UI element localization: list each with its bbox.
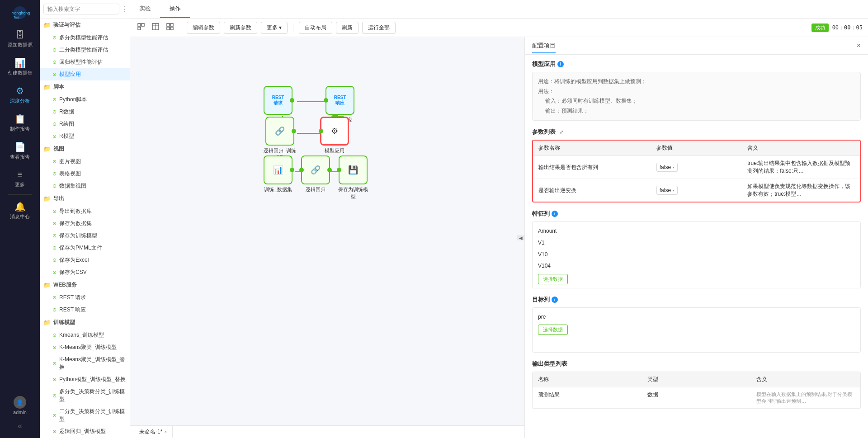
edit-params-btn[interactable]: 编辑参数 [187,22,220,34]
param-select-0[interactable]: false ▾ [656,163,678,172]
sidebar-item-notification[interactable]: 🔔 消息中心 [0,197,40,225]
canvas-area: REST请求 REST 请求 REST响应 REST 响应 [130,37,524,438]
canvas-tab-unnamed[interactable]: 未命名-1* × [134,426,173,438]
component-item-r-data[interactable]: ⊙ R数据 [40,106,130,118]
component-icon: ⊙ [52,133,57,139]
param-def-1: 如果模型使负责规范化等数据变换操作，该参数有效；true:模型… [742,179,860,202]
component-item-kmeans-train[interactable]: ⊙ Kmeans_训练模型 [40,329,130,341]
component-item-save-pmml[interactable]: ⊙ 保存为PMML文件 [40,242,130,254]
component-item-kmeans-cluster-replace[interactable]: ⊙ K-Means聚类_训练模型_替换 [40,353,130,373]
component-item-save-csv[interactable]: ⊙ 保存为CSV [40,266,130,278]
refresh-btn[interactable]: 刷新 [336,22,359,34]
section-header-export[interactable]: 📁 导出 [40,192,130,205]
sidebar-item-label: 制作报告 [10,126,30,132]
canvas-bottom-tabs: 未命名-1* × [130,425,524,438]
sidebar-item-create-dataset[interactable]: 📊 创建数据集 [0,53,40,81]
folder-icon: 📁 [43,282,51,288]
output-col-header-type: 类型 [642,372,751,387]
canvas-content: REST请求 REST 请求 REST响应 REST 响应 [130,37,524,438]
expand-icon[interactable]: ⤢ [559,129,563,135]
sidebar-item-label: 创建数据集 [8,70,33,76]
info-icon[interactable]: i [552,297,558,303]
node-save-train-model[interactable]: 💾 保存为训练模 型 [338,155,368,200]
sidebar-item-make-report[interactable]: 📋 制作报告 [0,109,40,137]
info-icon[interactable]: i [552,211,558,217]
report-icon: 📋 [14,113,26,124]
component-item-r-chart[interactable]: ⊙ R绘图 [40,118,130,130]
component-item-save-excel[interactable]: ⊙ 保存为Excel [40,254,130,266]
component-item-table-view[interactable]: ⊙ 表格视图 [40,168,130,180]
section-header-script[interactable]: 📁 脚本 [40,80,130,94]
desc-purpose: 用途：将训练的模型应用到数据集上做预测； [538,77,855,87]
collapse-panel-btn[interactable]: ◀ [517,235,524,240]
select-feature-data-btn[interactable]: 选择数据 [538,274,568,284]
node-logic-regression[interactable]: 🔗 逻辑回归 [301,155,330,193]
menu-icon: ≡ [17,170,23,180]
sidebar-item-user[interactable]: 👤 admin [11,391,28,419]
component-item-model-apply[interactable]: ⊙ 模型应用 [40,68,130,80]
connector-right [290,98,294,103]
component-item-multi-dt-train[interactable]: ⊙ 多分类_决策树分类_训练模型 [40,386,130,405]
component-icon: ⊙ [52,344,57,350]
param-def-0: true:输出结果集中包含输入数据据及模型预测列的结果；false:只… [742,156,860,179]
collapse-sidebar-btn[interactable]: « [18,421,22,431]
node-train-dataset[interactable]: 📊 训练_数据集 [264,155,292,193]
param-value-0[interactable]: false ▾ [651,159,742,175]
component-item-kmeans-cluster[interactable]: ⊙ K-Means聚类_训练模型 [40,341,130,353]
feature-tag-v104: V104 [538,260,551,272]
output-table: 名称 类型 含义 预测结果 数据 模型在输入数据集上的预测结果,对于分类模型会同… [532,372,861,409]
component-panel: ⋮ 📁 验证与评估 ⊙ 多分类模型性能评估 ⊙ 二分类模型性能评估 ⊙ 回归模型… [40,0,130,438]
component-item-regression-eval[interactable]: ⊙ 回归模型性能评估 [40,56,130,68]
component-item-binary-dt-train[interactable]: ⊙ 二分类_决策树分类_训练模型 [40,405,130,425]
sidebar-item-more[interactable]: ≡ 更多 [0,165,40,193]
tab-experiment[interactable]: 实验 [130,0,160,18]
component-item-binary-class[interactable]: ⊙ 二分类模型性能评估 [40,44,130,56]
close-panel-btn[interactable]: × [857,42,861,50]
main-area: 实验 操作 编辑参数 刷新参数 更多 ▾ 自动布局 刷 [130,0,868,438]
sidebar-item-view-report[interactable]: 📄 查看报告 [0,137,40,165]
avatar: 👤 [14,396,26,409]
component-icon: ⊙ [52,269,57,275]
select-target-data-btn[interactable]: 选择数据 [538,325,568,335]
more-btn[interactable]: 更多 ▾ [261,22,288,34]
target-section: 目标列 i pre 选择数据 [532,296,861,353]
component-item-save-train-model[interactable]: ⊙ 保存为训练模型 [40,230,130,242]
table-icon-btn[interactable] [150,21,161,34]
component-item-multi-class[interactable]: ⊙ 多分类模型性能评估 [40,32,130,44]
component-item-export-db[interactable]: ⊙ 导出到数据库 [40,205,130,217]
output-row-0: 预测结果 数据 模型在输入数据集上的预测结果,对于分类模型会同时输出迷预测… [533,387,860,409]
component-item-image-view[interactable]: ⊙ 图片视图 [40,155,130,168]
refresh-params-btn[interactable]: 刷新参数 [224,22,257,34]
info-icon[interactable]: i [557,61,564,67]
run-all-btn[interactable]: 运行全部 [362,22,396,34]
section-header-validate[interactable]: 📁 验证与评估 [40,19,130,32]
section-header-web[interactable]: 📁 WEB服务 [40,278,130,292]
section-header-train[interactable]: 📁 训练模型 [40,316,130,329]
connector-left [324,98,328,103]
node-model-apply[interactable]: ⚙ 模型应用 [320,117,349,154]
node-lr-train[interactable]: 🔗 逻辑回归_训练 模型 [264,117,296,161]
layout-icon-btn[interactable] [136,21,146,34]
component-item-rest-response[interactable]: ⊙ REST 响应 [40,304,130,316]
more-options-btn[interactable]: ⋮ [121,5,128,14]
param-select-1[interactable]: false ▾ [656,186,678,195]
tab-close-btn[interactable]: × [164,429,167,434]
tab-operation[interactable]: 操作 [160,0,190,18]
chevron-down-icon: ▾ [673,188,675,193]
component-item-dataset-view[interactable]: ⊙ 数据集视图 [40,180,130,192]
auto-layout-btn[interactable]: 自动布局 [299,22,332,34]
param-value-1[interactable]: false ▾ [651,182,742,198]
sidebar-item-label: 更多 [15,181,25,188]
search-input[interactable] [43,4,119,14]
sidebar-item-deep-analysis[interactable]: ⚙ 深度分析 [0,81,40,109]
component-item-r-model[interactable]: ⊙ R模型 [40,130,130,142]
section-header-view[interactable]: 📁 视图 [40,142,130,155]
output-type-0: 数据 [642,387,751,408]
component-item-rest-request[interactable]: ⊙ REST 请求 [40,292,130,304]
grid-icon-btn[interactable] [165,21,175,34]
component-item-lr-train[interactable]: ⊙ 逻辑回归_训练模型 [40,425,130,438]
component-item-save-dataset[interactable]: ⊙ 保存为数据集 [40,217,130,230]
component-item-python-script[interactable]: ⊙ Python脚本 [40,94,130,106]
component-item-python-model-replace[interactable]: ⊙ Python模型_训练模型_替换 [40,373,130,386]
sidebar-item-add-datasource[interactable]: 🗄 添加数据源 [0,25,40,53]
